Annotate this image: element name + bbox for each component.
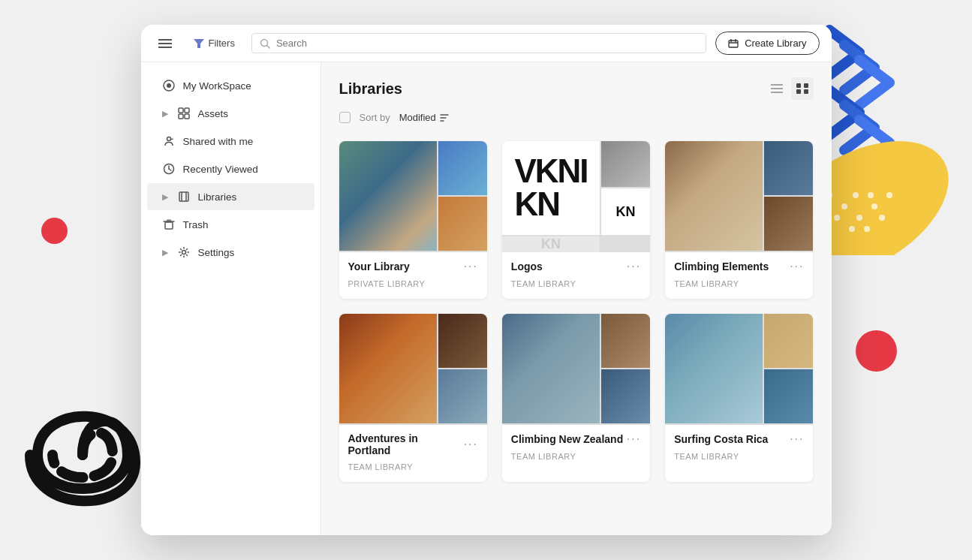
thumb-sm-1 bbox=[438, 314, 487, 368]
svg-rect-45 bbox=[804, 83, 808, 88]
thumb-sm-1 bbox=[601, 141, 650, 187]
libraries-icon bbox=[177, 190, 191, 203]
thumb-sm-2 bbox=[601, 369, 650, 423]
svg-rect-46 bbox=[796, 89, 801, 94]
list-view-button[interactable] bbox=[766, 77, 788, 100]
sort-field-button[interactable]: Modified bbox=[399, 112, 450, 123]
card-info: Surfing Costa Rica ··· TEAM LIBRARY bbox=[665, 425, 813, 471]
library-card-climbing-elements[interactable]: Climbing Elements ··· TEAM LIBRARY bbox=[665, 141, 813, 299]
create-library-icon bbox=[728, 38, 739, 49]
library-card-adventures-portland[interactable]: Adventures in Portland ··· TEAM LIBRARY bbox=[339, 314, 487, 482]
card-name-row: Climbing Elements ··· bbox=[674, 260, 804, 273]
thumb-sm-1 bbox=[601, 314, 650, 368]
svg-point-5 bbox=[886, 192, 892, 198]
thumb-sm-1 bbox=[764, 141, 813, 195]
card-menu-button[interactable]: ··· bbox=[463, 438, 477, 451]
card-menu-button[interactable]: ··· bbox=[463, 260, 477, 273]
sort-field-label: Modified bbox=[399, 112, 436, 123]
svg-point-11 bbox=[868, 192, 874, 198]
svg-point-3 bbox=[856, 215, 862, 221]
thumb-main bbox=[502, 314, 600, 423]
sidebar-item-shared-with-me[interactable]: Shared with me bbox=[147, 128, 314, 155]
thumb-sm-2: KN bbox=[601, 188, 650, 235]
card-type: TEAM LIBRARY bbox=[348, 462, 414, 471]
sidebar-item-label: Shared with me bbox=[183, 136, 254, 147]
thumb-logo-label-faded: KN bbox=[541, 236, 561, 252]
svg-point-9 bbox=[879, 215, 885, 221]
logo-text: VKNIKN bbox=[514, 155, 587, 221]
card-menu-button[interactable]: ··· bbox=[790, 432, 804, 446]
sidebar-item-label: Settings bbox=[198, 247, 235, 258]
chevron-right-icon: ▶ bbox=[162, 109, 168, 119]
search-input[interactable] bbox=[276, 38, 698, 49]
svg-point-23 bbox=[167, 83, 171, 88]
menu-button[interactable] bbox=[153, 32, 177, 56]
view-toggles bbox=[766, 77, 814, 100]
thumb-sm-2 bbox=[438, 197, 487, 251]
card-info: Climbing Elements ··· TEAM LIBRARY bbox=[665, 252, 813, 299]
select-all-checkbox[interactable] bbox=[339, 112, 351, 123]
card-name-row: Your Library ··· bbox=[348, 260, 478, 273]
thumb-sm-2 bbox=[764, 369, 813, 423]
sidebar-item-label: Recently Viewed bbox=[183, 164, 258, 175]
sidebar-item-libraries[interactable]: ▶ Libraries bbox=[147, 183, 314, 210]
card-name: Your Library bbox=[348, 260, 410, 272]
card-type: TEAM LIBRARY bbox=[674, 279, 739, 288]
svg-point-4 bbox=[871, 203, 877, 209]
card-thumbnail bbox=[502, 314, 650, 425]
share-icon bbox=[162, 134, 176, 148]
sidebar-item-trash[interactable]: Trash bbox=[147, 211, 314, 238]
library-card-surfing-costa-rica[interactable]: Surfing Costa Rica ··· TEAM LIBRARY bbox=[665, 314, 813, 482]
filter-icon bbox=[194, 38, 204, 49]
sidebar-item-label: Assets bbox=[198, 108, 229, 119]
card-info: Adventures in Portland ··· TEAM LIBRARY bbox=[339, 425, 487, 482]
settings-icon bbox=[177, 245, 191, 259]
filters-label: Filters bbox=[209, 38, 235, 49]
svg-point-0 bbox=[814, 135, 949, 255]
filters-button[interactable]: Filters bbox=[186, 34, 242, 53]
sidebar-item-settings[interactable]: ▶ Settings bbox=[147, 239, 314, 266]
grid-view-button[interactable] bbox=[791, 77, 814, 100]
sidebar-item-label: Trash bbox=[183, 219, 209, 230]
create-library-button[interactable]: Create Library bbox=[715, 32, 819, 55]
library-card-your-library[interactable]: Your Library ··· PRIVATE LIBRARY bbox=[339, 141, 487, 299]
card-name-row: Adventures in Portland ··· bbox=[348, 432, 478, 456]
svg-rect-18 bbox=[729, 41, 738, 47]
grid-view-icon bbox=[796, 83, 808, 94]
card-type: TEAM LIBRARY bbox=[511, 279, 576, 288]
card-thumbnail bbox=[339, 314, 487, 425]
card-thumbnail bbox=[665, 141, 813, 252]
card-name: Logos bbox=[511, 260, 543, 272]
sidebar-item-my-workspace[interactable]: My WorkSpace bbox=[147, 72, 314, 99]
card-name-row: Logos ··· bbox=[511, 260, 641, 273]
svg-rect-35 bbox=[165, 222, 173, 229]
svg-rect-26 bbox=[179, 114, 183, 119]
chevron-right-icon: ▶ bbox=[162, 248, 168, 257]
card-name: Climbing New Zealand bbox=[511, 433, 623, 445]
svg-marker-15 bbox=[194, 39, 204, 48]
sort-bar: Sort by Modified bbox=[339, 112, 814, 129]
sidebar-item-assets[interactable]: ▶ Assets bbox=[147, 100, 314, 127]
library-card-logos[interactable]: VKNIKN KN KN Logos ··· bbox=[502, 141, 650, 299]
yellow-leaf-decoration bbox=[814, 135, 949, 255]
card-info: Your Library ··· PRIVATE LIBRARY bbox=[339, 252, 487, 299]
sort-by-label: Sort by bbox=[360, 112, 390, 123]
toolbar: Filters Create Library bbox=[141, 25, 832, 62]
card-menu-button[interactable]: ··· bbox=[627, 260, 641, 273]
search-icon bbox=[260, 38, 270, 49]
svg-point-28 bbox=[167, 137, 170, 141]
thumb-sm-1 bbox=[764, 314, 813, 368]
card-name-row: Climbing New Zealand ··· bbox=[511, 432, 641, 446]
sidebar-item-label: Libraries bbox=[198, 191, 237, 203]
svg-rect-27 bbox=[185, 114, 189, 119]
thumb-main bbox=[339, 141, 437, 251]
red-dot-right-decoration bbox=[856, 330, 897, 372]
card-menu-button[interactable]: ··· bbox=[627, 432, 641, 446]
trash-icon bbox=[162, 218, 176, 231]
sidebar-item-recently-viewed[interactable]: Recently Viewed bbox=[147, 155, 314, 182]
search-bar bbox=[251, 33, 706, 53]
card-menu-button[interactable]: ··· bbox=[790, 260, 804, 273]
library-card-climbing-nz[interactable]: Climbing New Zealand ··· TEAM LIBRARY bbox=[502, 314, 650, 482]
card-type: TEAM LIBRARY bbox=[674, 452, 739, 461]
svg-point-40 bbox=[182, 251, 185, 254]
